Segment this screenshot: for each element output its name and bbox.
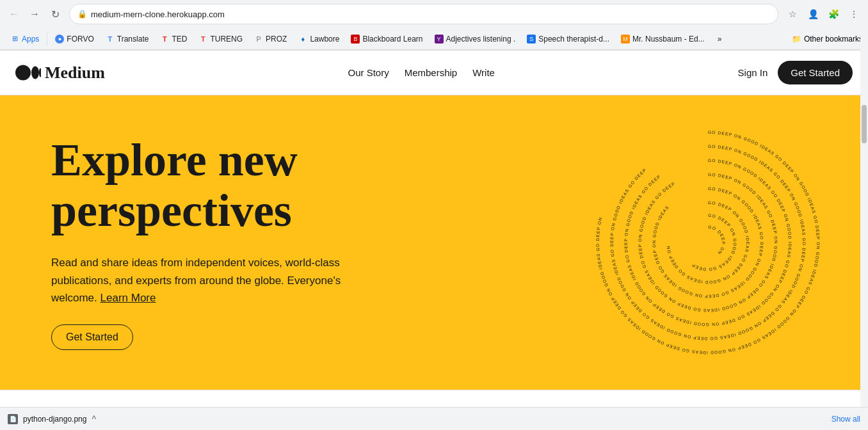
folder-icon: 📁: [792, 35, 801, 44]
bookmark-lawbore[interactable]: ♦ Lawbore: [293, 33, 344, 45]
apps-icon: ⊞: [10, 35, 19, 44]
hero-spiral: GO DEEP ON GOOD IDEAS GO DEEP ON GOOD ID…: [586, 121, 830, 364]
svg-point-0: [15, 65, 31, 81]
translate-icon: T: [106, 35, 115, 44]
get-started-hero-button[interactable]: Get Started: [51, 324, 133, 350]
download-file-icon: 📄: [8, 414, 18, 424]
scrollbar-thumb[interactable]: [862, 105, 867, 143]
profile-button[interactable]: 👤: [804, 5, 822, 23]
learn-more-link[interactable]: Learn More: [100, 292, 156, 304]
extensions-button[interactable]: 🧩: [824, 5, 842, 23]
bookmark-tureng[interactable]: T TURENG: [193, 33, 248, 45]
svg-text:GO DEEP ON GOOD IDEAS GO DEEP : GO DEEP ON GOOD IDEAS GO DEEP ON GOOD ID…: [666, 200, 750, 285]
bookmark-blackboard[interactable]: B Blackboard Learn: [346, 33, 428, 45]
our-story-link[interactable]: Our Story: [348, 67, 389, 78]
speech-icon: S: [527, 35, 536, 44]
tureng-icon: T: [198, 35, 207, 44]
medium-logo-icon: [15, 65, 41, 81]
back-button[interactable]: ←: [5, 5, 23, 23]
svg-point-2: [39, 68, 41, 77]
browser-actions: ☆ 👤 🧩 ⋮: [784, 5, 863, 23]
blackboard-icon: B: [351, 35, 360, 44]
svg-text:GO DEEP ON GOOD IDEAS GO DEEP : GO DEEP ON GOOD IDEAS GO DEEP ON GOOD ID…: [623, 158, 792, 327]
bookmark-forvo[interactable]: ● FORVO: [50, 33, 99, 45]
bookmark-apps[interactable]: ⊞ Apps: [5, 33, 44, 45]
sign-in-link[interactable]: Sign In: [738, 67, 768, 78]
hero-title: Explore new perspectives: [51, 135, 384, 236]
bookmark-separator: [47, 33, 47, 45]
adjectives-icon: Y: [435, 35, 444, 44]
nav-buttons: ← → ↻: [5, 5, 64, 23]
bookmark-more[interactable]: »: [712, 33, 727, 45]
medium-logo-text: Medium: [45, 63, 105, 83]
medium-nav-links: Our Story Membership Write: [348, 67, 495, 78]
medium-nav: Medium Our Story Membership Write Sign I…: [0, 51, 868, 95]
download-filename: python-django.png: [23, 415, 86, 424]
other-bookmarks[interactable]: 📁 Other bookmarks: [792, 35, 863, 44]
nussbaum-icon: M: [621, 35, 630, 44]
bookmark-ted[interactable]: T TED: [155, 33, 192, 45]
membership-link[interactable]: Membership: [405, 67, 458, 78]
proz-icon: P: [254, 35, 263, 44]
star-button[interactable]: ☆: [784, 5, 801, 23]
bookmarks-bar: ⊞ Apps ● FORVO T Translate T TED T TUREN…: [0, 28, 868, 50]
address-bar[interactable]: 🔒 medium-mern-clone.herokuapp.com: [69, 4, 778, 24]
bookmark-translate[interactable]: T Translate: [100, 33, 154, 45]
forvo-icon: ●: [55, 35, 64, 44]
write-link[interactable]: Write: [472, 67, 495, 78]
svg-text:GO DEEP ON: GO DEEP ON: [708, 225, 726, 256]
lawbore-icon: ♦: [298, 35, 307, 44]
refresh-button[interactable]: ↻: [46, 5, 64, 23]
show-all-button[interactable]: Show all: [832, 415, 860, 424]
medium-nav-actions: Sign In Get Started: [738, 61, 853, 84]
medium-site: Medium Our Story Membership Write Sign I…: [0, 51, 868, 430]
svg-text:GO DEEP ON GOOD IDEAS GO DEEP : GO DEEP ON GOOD IDEAS GO DEEP ON GOOD ID…: [638, 172, 778, 313]
medium-logo[interactable]: Medium: [15, 63, 105, 83]
browser-toolbar: ← → ↻ 🔒 medium-mern-clone.herokuapp.com …: [0, 0, 868, 28]
svg-point-1: [31, 67, 39, 79]
scrollbar[interactable]: [860, 28, 868, 430]
download-item: 📄 python-django.png ^: [8, 414, 96, 424]
spiral-svg: GO DEEP ON GOOD IDEAS GO DEEP ON GOOD ID…: [586, 121, 830, 364]
svg-text:GO DEEP ON GOOD IDEAS GO DEEP : GO DEEP ON GOOD IDEAS GO DEEP ON GOOD ID…: [595, 130, 821, 355]
browser-chrome: ← → ↻ 🔒 medium-mern-clone.herokuapp.com …: [0, 0, 868, 51]
bookmark-adjectives[interactable]: Y Adjectives listening .: [430, 33, 521, 45]
menu-button[interactable]: ⋮: [845, 5, 863, 23]
svg-text:GO DEEP ON GOOD IDEAS GO DEEP: GO DEEP ON GOOD IDEAS GO DEEP: [691, 213, 737, 272]
download-bar: 📄 python-django.png ^ Show all: [0, 407, 868, 430]
bookmark-speech[interactable]: S Speech therapist-d...: [522, 33, 615, 45]
bookmark-nussbaum[interactable]: M Mr. Nussbaum - Ed...: [616, 33, 710, 45]
lock-icon: 🔒: [77, 10, 87, 19]
hero-content: Explore new perspectives Read and share …: [51, 135, 384, 350]
forward-button[interactable]: →: [26, 5, 44, 23]
download-chevron-icon[interactable]: ^: [92, 414, 96, 424]
hero-section: Explore new perspectives Read and share …: [0, 95, 868, 390]
ted-icon: T: [160, 35, 169, 44]
url-text: medium-mern-clone.herokuapp.com: [91, 10, 770, 19]
hero-description: Read and share ideas from independent vo…: [51, 254, 384, 307]
bookmark-proz[interactable]: P PROZ: [249, 33, 292, 45]
get-started-nav-button[interactable]: Get Started: [778, 61, 853, 84]
